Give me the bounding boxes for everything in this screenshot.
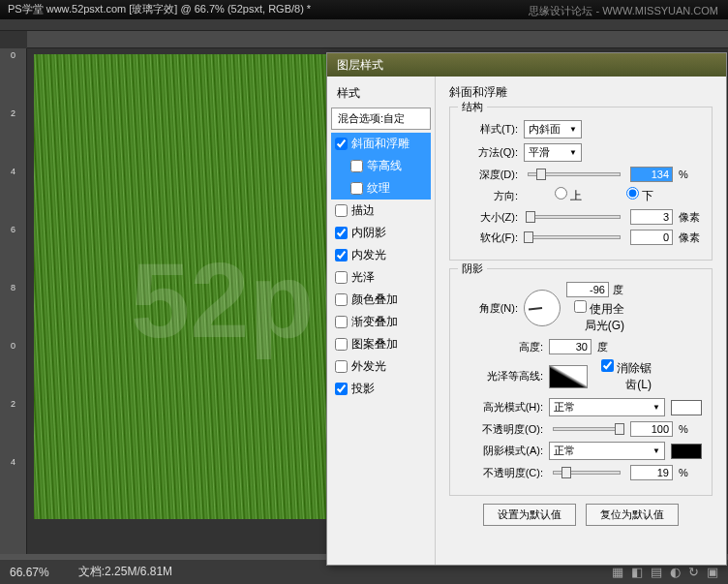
structure-fieldset: 结构 样式(T): 内斜面 方法(Q): 平滑 深度(D): 134 % 方向:	[449, 107, 713, 261]
status-icon[interactable]: ▣	[707, 565, 718, 579]
highlight-color-swatch[interactable]	[671, 400, 702, 415]
make-default-button[interactable]: 设置为默认值	[483, 504, 576, 526]
style-label: 样式(T):	[460, 122, 518, 137]
style-item[interactable]: 等高线	[331, 155, 431, 177]
style-item[interactable]: 投影	[331, 378, 431, 400]
style-item-label: 外发光	[351, 358, 386, 375]
style-item[interactable]: 颜色叠加	[331, 289, 431, 311]
technique-dropdown[interactable]: 平滑	[524, 143, 582, 162]
shadow-color-swatch[interactable]	[671, 444, 702, 459]
style-checkbox[interactable]	[350, 182, 363, 195]
style-item-label: 渐变叠加	[351, 314, 398, 330]
style-item[interactable]: 光泽	[331, 266, 431, 289]
depth-input[interactable]: 134	[630, 167, 673, 182]
style-checkbox[interactable]	[335, 138, 348, 150]
style-checkbox[interactable]	[335, 249, 348, 261]
watermark: 思缘设计论坛 - WWW.MISSYUAN.COM	[529, 4, 718, 18]
status-icon[interactable]: ▤	[651, 565, 662, 579]
soften-slider[interactable]	[528, 235, 621, 239]
layer-style-dialog: 图层样式 样式 混合选项:自定 斜面和浮雕等高线纹理描边内阴影内发光光泽颜色叠加…	[326, 52, 727, 566]
style-checkbox[interactable]	[335, 227, 348, 239]
style-checkbox[interactable]	[335, 316, 348, 328]
document-size: 文档:2.25M/6.81M	[78, 564, 172, 580]
style-item-label: 斜面和浮雕	[351, 136, 410, 152]
status-icon[interactable]: ◐	[670, 565, 681, 579]
size-slider[interactable]	[528, 215, 621, 219]
style-item-label: 等高线	[367, 158, 402, 174]
shadow-mode-label: 阴影模式(A):	[460, 444, 543, 458]
shading-fieldset: 阴影 角度(N): -96 度 使用全局光(G) 高度: 30 度	[449, 268, 713, 496]
style-checkbox[interactable]	[335, 204, 348, 217]
style-item[interactable]: 内阴影	[331, 222, 431, 244]
status-icon[interactable]: ▦	[612, 565, 623, 579]
style-item-label: 内发光	[351, 247, 386, 263]
altitude-input[interactable]: 30	[549, 339, 592, 354]
options-bar	[0, 19, 728, 31]
style-item-label: 描边	[351, 202, 375, 219]
zoom-level[interactable]: 66.67%	[10, 566, 49, 579]
direction-label: 方向:	[460, 189, 518, 203]
highlight-mode-dropdown[interactable]: 正常	[549, 398, 665, 416]
gloss-contour-picker[interactable]	[549, 365, 588, 388]
style-checkbox[interactable]	[335, 360, 348, 373]
blend-options[interactable]: 混合选项:自定	[331, 108, 431, 130]
style-dropdown[interactable]: 内斜面	[524, 120, 582, 138]
depth-slider[interactable]	[528, 172, 621, 176]
highlight-opacity-label: 不透明度(O):	[460, 422, 543, 437]
angle-label: 角度(N):	[460, 301, 518, 316]
status-icon[interactable]: ◧	[631, 565, 643, 579]
style-item[interactable]: 图案叠加	[331, 333, 431, 355]
shadow-mode-dropdown[interactable]: 正常	[549, 442, 665, 460]
style-checkbox[interactable]	[335, 383, 348, 395]
angle-control[interactable]	[524, 290, 561, 326]
dialog-title[interactable]: 图层样式	[327, 53, 726, 77]
ruler-horizontal	[27, 31, 728, 48]
depth-label: 深度(D):	[460, 168, 518, 182]
style-item-label: 颜色叠加	[351, 292, 398, 308]
style-checkbox[interactable]	[335, 271, 348, 284]
styles-header: 样式	[331, 82, 431, 105]
size-input[interactable]: 3	[630, 209, 673, 225]
global-light-checkbox[interactable]: 使用全局光(G)	[566, 300, 624, 334]
highlight-opacity-input[interactable]: 100	[630, 421, 673, 437]
altitude-label: 高度:	[460, 340, 543, 354]
highlight-mode-label: 高光模式(H):	[460, 400, 543, 415]
size-label: 大小(Z):	[460, 210, 518, 225]
direction-down-radio[interactable]: 下	[595, 187, 653, 204]
style-item-label: 内阴影	[351, 225, 386, 241]
style-checkbox[interactable]	[335, 338, 348, 351]
reset-default-button[interactable]: 复位为默认值	[586, 504, 679, 526]
section-title: 斜面和浮雕	[449, 84, 713, 101]
style-item-label: 图案叠加	[351, 336, 398, 353]
highlight-opacity-slider[interactable]	[553, 427, 621, 431]
style-item-label: 纹理	[367, 180, 390, 197]
style-list-panel: 样式 混合选项:自定 斜面和浮雕等高线纹理描边内阴影内发光光泽颜色叠加渐变叠加图…	[327, 77, 436, 565]
style-item[interactable]: 斜面和浮雕	[331, 133, 431, 155]
shadow-opacity-input[interactable]: 19	[630, 465, 673, 480]
gloss-contour-label: 光泽等高线:	[460, 369, 543, 384]
settings-panel: 斜面和浮雕 结构 样式(T): 内斜面 方法(Q): 平滑 深度(D): 134…	[436, 77, 726, 565]
shadow-opacity-slider[interactable]	[553, 471, 621, 475]
style-item[interactable]: 内发光	[331, 244, 431, 266]
style-item[interactable]: 描边	[331, 200, 431, 222]
status-icon[interactable]: ↻	[688, 565, 699, 579]
shadow-opacity-label: 不透明度(C):	[460, 466, 543, 480]
style-item[interactable]: 渐变叠加	[331, 311, 431, 333]
style-item[interactable]: 外发光	[331, 355, 431, 378]
antialias-checkbox[interactable]: 消除锯齿(L)	[593, 359, 652, 393]
soften-input[interactable]: 0	[630, 230, 673, 245]
style-item-label: 光泽	[351, 269, 375, 286]
soften-label: 软化(F):	[460, 231, 518, 245]
style-item-label: 投影	[351, 381, 375, 397]
technique-label: 方法(Q):	[460, 145, 518, 160]
glass-text-layer: 52p	[131, 238, 315, 361]
angle-input[interactable]: -96	[566, 282, 609, 297]
style-checkbox[interactable]	[335, 293, 348, 306]
direction-up-radio[interactable]: 上	[524, 187, 582, 204]
style-checkbox[interactable]	[350, 160, 363, 172]
ruler-vertical: 0 2 4 6 8 0 2 4	[0, 48, 27, 554]
style-item[interactable]: 纹理	[331, 177, 431, 200]
